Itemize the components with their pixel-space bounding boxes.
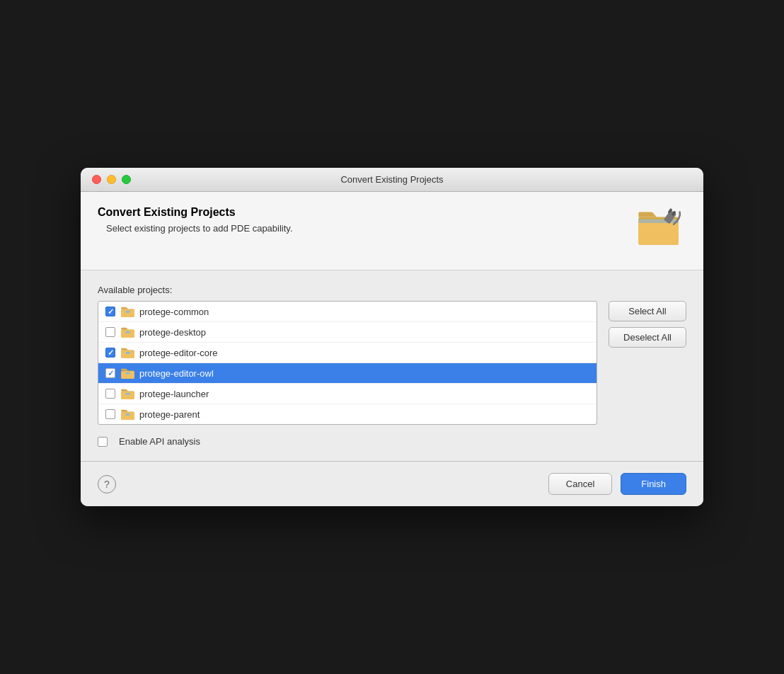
svg-rect-2 bbox=[638, 219, 679, 223]
checkbox-protege-desktop[interactable] bbox=[105, 327, 115, 337]
checkbox-protege-common[interactable] bbox=[105, 307, 115, 316]
folder-plug-icon bbox=[637, 206, 686, 249]
project-label: protege-common bbox=[139, 307, 209, 317]
svg-rect-23 bbox=[125, 413, 129, 416]
folder-icon bbox=[121, 326, 135, 338]
list-item[interactable]: protege-launcher bbox=[98, 384, 596, 404]
header-icon bbox=[637, 206, 686, 256]
select-all-button[interactable]: Select All bbox=[609, 301, 686, 321]
folder-icon bbox=[121, 306, 135, 317]
list-item[interactable]: protege-editor-owl bbox=[98, 363, 596, 384]
list-item[interactable]: protege-common bbox=[98, 302, 596, 322]
header-section: Convert Existing Projects Select existin… bbox=[81, 192, 703, 270]
dialog-window: Convert Existing Projects Convert Existi… bbox=[81, 168, 703, 506]
svg-rect-17 bbox=[125, 372, 129, 375]
project-label: protege-editor-core bbox=[139, 348, 218, 358]
finish-button[interactable]: Finish bbox=[621, 473, 686, 495]
titlebar: Convert Existing Projects bbox=[81, 168, 703, 192]
dialog-subtitle: Select existing projects to add PDE capa… bbox=[106, 223, 293, 234]
svg-rect-16 bbox=[121, 371, 134, 379]
footer-buttons: Cancel Finish bbox=[548, 473, 686, 495]
enable-api-checkbox[interactable] bbox=[98, 437, 108, 447]
dialog-title: Convert Existing Projects bbox=[98, 206, 293, 219]
checkbox-protege-editor-core[interactable] bbox=[105, 348, 115, 358]
project-label: protege-editor-owl bbox=[139, 368, 214, 379]
window-title: Convert Existing Projects bbox=[340, 174, 443, 185]
checkbox-protege-launcher[interactable] bbox=[105, 389, 115, 399]
svg-rect-19 bbox=[121, 392, 134, 399]
help-button[interactable]: ? bbox=[98, 475, 116, 493]
folder-icon bbox=[121, 388, 135, 399]
svg-rect-11 bbox=[125, 331, 129, 333]
svg-rect-8 bbox=[125, 311, 129, 313]
svg-rect-22 bbox=[121, 412, 134, 420]
project-label: protege-launcher bbox=[139, 389, 209, 399]
folder-icon bbox=[121, 367, 135, 379]
traffic-lights bbox=[92, 175, 131, 184]
content-row: protege-common protege-desktop bbox=[98, 301, 686, 425]
svg-rect-13 bbox=[121, 350, 134, 358]
minimize-button[interactable] bbox=[107, 175, 116, 184]
maximize-button[interactable] bbox=[122, 175, 131, 184]
checkbox-protege-parent[interactable] bbox=[105, 409, 115, 419]
svg-rect-14 bbox=[125, 352, 129, 354]
project-label: protege-parent bbox=[139, 409, 200, 420]
folder-icon bbox=[121, 347, 135, 358]
folder-icon bbox=[121, 409, 135, 420]
project-label: protege-desktop bbox=[139, 327, 206, 338]
projects-list: protege-common protege-desktop bbox=[98, 301, 597, 425]
svg-rect-1 bbox=[638, 219, 679, 245]
svg-rect-7 bbox=[121, 309, 134, 317]
checkbox-protege-editor-owl[interactable] bbox=[105, 368, 115, 378]
svg-rect-10 bbox=[121, 330, 134, 338]
deselect-all-button[interactable]: Deselect All bbox=[609, 327, 686, 348]
content-section: Available projects: protege-common bbox=[81, 270, 703, 461]
list-item[interactable]: protege-parent bbox=[98, 404, 596, 424]
enable-api-label: Enable API analysis bbox=[119, 436, 200, 447]
enable-api-row: Enable API analysis bbox=[98, 436, 686, 447]
header-text: Convert Existing Projects Select existin… bbox=[98, 206, 293, 234]
list-item[interactable]: protege-editor-core bbox=[98, 343, 596, 363]
close-button[interactable] bbox=[92, 175, 101, 184]
list-item[interactable]: protege-desktop bbox=[98, 322, 596, 343]
svg-rect-20 bbox=[125, 393, 129, 395]
side-buttons: Select All Deselect All bbox=[609, 301, 686, 348]
cancel-button[interactable]: Cancel bbox=[548, 473, 612, 495]
footer-section: ? Cancel Finish bbox=[81, 461, 703, 506]
available-label: Available projects: bbox=[98, 285, 686, 295]
